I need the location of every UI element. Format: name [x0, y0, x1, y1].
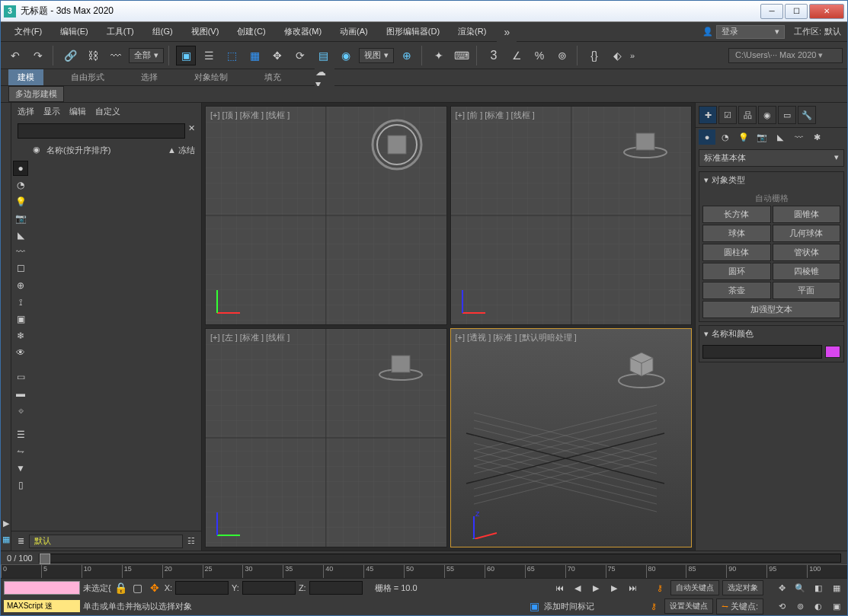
se-filter-helpers-icon[interactable]: ◣ — [13, 228, 28, 243]
play-button[interactable]: ▶ — [588, 581, 603, 595]
se-filter-geometry-icon[interactable]: ● — [13, 161, 28, 176]
cmd-tab-display[interactable]: ▭ — [778, 106, 796, 124]
toolbar-more-icon[interactable]: » — [630, 51, 635, 60]
time-ruler[interactable]: 0510152025303540455055606570758085909510… — [1, 564, 847, 578]
prim-cone[interactable]: 圆锥体 — [773, 206, 841, 223]
ribbon-sub-polymodel[interactable]: 多边形建模 — [8, 86, 64, 102]
goto-end-button[interactable]: ⏭ — [625, 581, 640, 595]
selection-filter[interactable]: 全部 ▾ — [129, 48, 164, 63]
object-name-input[interactable] — [702, 345, 822, 359]
isolate-icon[interactable]: ▢ — [131, 581, 145, 595]
viewport-left[interactable]: [+] [左 ] [标准 ] [线框 ] — [205, 328, 447, 547]
key-filter-button[interactable]: ⥊ 关键点: — [716, 598, 763, 614]
cmd-sub-spacewarps-icon[interactable]: 〰 — [790, 129, 807, 145]
ribbon-tab-populate[interactable]: 填充 — [255, 69, 290, 85]
nav-pan-icon[interactable]: ✥ — [774, 581, 789, 595]
ribbon-tab-freeform[interactable]: 自由形式 — [62, 69, 114, 85]
manipulate-button[interactable]: ✦ — [429, 46, 449, 65]
lock-selection-icon[interactable]: 🔒 — [114, 581, 128, 595]
rect-select-button[interactable]: ⬚ — [222, 46, 242, 65]
auto-grid-checkbox[interactable]: 自动栅格 — [702, 191, 840, 206]
select-name-button[interactable]: ☰ — [199, 46, 219, 65]
viewport-top[interactable]: [+] [顶 ] [标准 ] [线框 ] — [205, 106, 447, 325]
menu-graph[interactable]: 图形编辑器(D) — [379, 24, 447, 40]
cmd-tab-utilities[interactable]: 🔧 — [798, 106, 816, 124]
time-tag-icon[interactable]: ▣ — [527, 599, 541, 613]
ribbon-tab-selection[interactable]: 选择 — [132, 69, 167, 85]
y-field[interactable] — [242, 581, 296, 595]
se-col-frozen[interactable]: ▲ 冻结 — [168, 145, 195, 156]
se-filter-spacewarps-icon[interactable]: 〰 — [13, 244, 28, 260]
prim-torus[interactable]: 圆环 — [702, 263, 771, 280]
maximize-button[interactable]: ☐ — [785, 4, 808, 19]
goto-start-button[interactable]: ⏮ — [552, 581, 567, 595]
menu-create[interactable]: 创建(C) — [229, 24, 273, 40]
se-tab-edit[interactable]: 编辑 — [69, 106, 86, 117]
cmd-tab-create[interactable]: ✚ — [699, 106, 717, 124]
angle-snap-button[interactable]: ∠ — [507, 46, 526, 65]
cmd-sub-lights-icon[interactable]: 💡 — [735, 129, 752, 145]
nav-roll-icon[interactable]: ◐ — [811, 599, 826, 613]
prim-box[interactable]: 长方体 — [702, 206, 771, 223]
undo-button[interactable]: ↶ — [5, 46, 25, 65]
link-button[interactable]: 🔗 — [60, 46, 80, 65]
cmd-tab-hierarchy[interactable]: 品 — [738, 106, 757, 124]
viewport-layout-icon[interactable]: ▦ — [2, 535, 10, 544]
se-collapse-all-icon[interactable]: ▬ — [13, 386, 28, 401]
se-visibility-icon[interactable]: ◉ — [33, 145, 40, 156]
se-filter-cameras-icon[interactable]: 📷 — [13, 211, 28, 226]
set-key-button[interactable]: 设置关键点 — [664, 598, 713, 614]
cmd-sub-geometry-icon[interactable]: ● — [699, 129, 715, 145]
rollout-namecolor-header[interactable]: ▾ 名称和颜色 — [699, 326, 843, 342]
x-field[interactable] — [175, 581, 229, 595]
login-field[interactable]: 登录 ▾ — [716, 25, 785, 39]
cmd-sub-shapes-icon[interactable]: ◔ — [717, 129, 734, 145]
se-filter-groups-icon[interactable]: ☐ — [13, 261, 28, 276]
scale-button[interactable]: ▤ — [313, 46, 333, 65]
se-filter-frozen-icon[interactable]: ❄ — [13, 328, 28, 343]
se-list[interactable] — [30, 159, 201, 531]
time-slider[interactable] — [39, 554, 841, 563]
trackbar-key[interactable] — [4, 581, 80, 595]
transform-gizmo-icon[interactable]: ✥ — [148, 581, 162, 595]
maxscript-listener[interactable]: MAXScript 迷 — [4, 600, 80, 612]
se-search-input[interactable] — [18, 123, 185, 139]
se-expand-all-icon[interactable]: ▭ — [13, 369, 28, 385]
se-filter-shapes-icon[interactable]: ◔ — [13, 177, 28, 193]
percent-snap-button[interactable]: % — [530, 46, 549, 65]
vp-top-label[interactable]: [+] [顶 ] [标准 ] [线框 ] — [210, 110, 290, 121]
close-button[interactable]: ✕ — [809, 4, 844, 19]
prim-tube[interactable]: 管状体 — [773, 244, 841, 261]
se-filter-lights-icon[interactable]: 💡 — [13, 194, 28, 209]
ribbon-tab-objectpaint[interactable]: 对象绘制 — [185, 69, 237, 85]
menu-edit[interactable]: 编辑(E) — [53, 24, 96, 40]
unlink-button[interactable]: ⛓ — [83, 46, 103, 65]
prim-teapot[interactable]: 茶壶 — [702, 282, 771, 299]
key-mode-icon[interactable]: ⚷ — [652, 581, 667, 595]
viewcube-top[interactable] — [370, 118, 424, 171]
se-filter-xrefs-icon[interactable]: ⊕ — [13, 278, 28, 293]
nav-orbit-icon[interactable]: ⟲ — [774, 599, 789, 613]
expand-scene-explorer-icon[interactable]: ▶ — [3, 519, 9, 528]
auto-key-button[interactable]: 自动关键点 — [670, 580, 719, 595]
prim-textplus[interactable]: 加强型文本 — [702, 301, 840, 318]
layer-icon[interactable]: ≣ — [18, 536, 24, 546]
menu-animation[interactable]: 动画(A) — [332, 24, 376, 40]
menu-group[interactable]: 组(G) — [145, 24, 181, 40]
layer-selector[interactable]: 默认 — [29, 535, 183, 548]
prim-pyramid[interactable]: 四棱锥 — [773, 263, 841, 280]
se-tab-select[interactable]: 选择 — [18, 106, 34, 117]
se-filter-hidden-icon[interactable]: 👁 — [13, 345, 28, 360]
se-sync-icon[interactable]: ⟐ — [13, 403, 28, 418]
nav-fov-icon[interactable]: ◧ — [811, 581, 826, 595]
se-options-icon[interactable]: ▯ — [13, 477, 28, 493]
ribbon-tab-modeling[interactable]: 建模 — [8, 69, 43, 85]
move-button[interactable]: ✥ — [267, 46, 287, 65]
nav-zoomall-icon[interactable]: ▦ — [829, 581, 844, 595]
timeline-pos[interactable]: 0 / 100 — [7, 554, 33, 563]
select-button[interactable]: ▣ — [176, 46, 196, 65]
ribbon-toggle-icon[interactable]: ☁ ▾ — [315, 68, 334, 88]
prim-geosphere[interactable]: 几何球体 — [773, 225, 841, 242]
se-filter-bone-icon[interactable]: ⟟ — [13, 295, 28, 310]
next-frame-button[interactable]: ▶ — [606, 581, 622, 595]
